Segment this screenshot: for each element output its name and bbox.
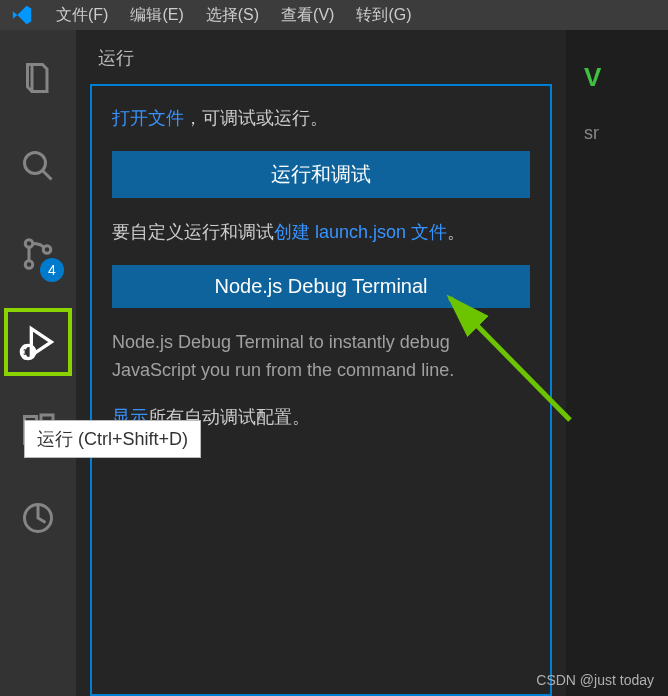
svg-point-1 [25, 240, 33, 248]
node-desc: Node.js Debug Terminal to instantly debu… [112, 328, 530, 386]
menu-file[interactable]: 文件(F) [46, 1, 118, 30]
node-debug-terminal-button[interactable]: Node.js Debug Terminal [112, 265, 530, 308]
search-icon[interactable] [8, 136, 68, 196]
vscode-logo-icon [8, 1, 36, 29]
open-file-suffix: ，可调试或运行。 [184, 108, 328, 128]
watermark: CSDN @just today [536, 672, 654, 688]
customize-suffix: 。 [447, 222, 465, 242]
menu-view[interactable]: 查看(V) [271, 1, 344, 30]
run-tooltip: 运行 (Ctrl+Shift+D) [24, 420, 201, 458]
source-control-icon[interactable]: 4 [8, 224, 68, 284]
menu-select[interactable]: 选择(S) [196, 1, 269, 30]
run-panel: 打开文件，可调试或运行。 运行和调试 要自定义运行和调试创建 launch.js… [90, 84, 552, 696]
run-debug-icon[interactable] [8, 312, 68, 372]
explorer-icon[interactable] [8, 48, 68, 108]
run-and-debug-button[interactable]: 运行和调试 [112, 151, 530, 198]
open-file-line: 打开文件，可调试或运行。 [112, 104, 530, 133]
svg-point-0 [25, 153, 46, 174]
vue-logo-icon: V [584, 62, 668, 93]
menu-go[interactable]: 转到(G) [346, 1, 421, 30]
run-sidebar: 运行 打开文件，可调试或运行。 运行和调试 要自定义运行和调试创建 launch… [76, 30, 566, 696]
sidebar-title: 运行 [76, 30, 566, 84]
misc-circle-icon[interactable] [8, 488, 68, 548]
scm-badge: 4 [40, 258, 64, 282]
customize-prefix: 要自定义运行和调试 [112, 222, 274, 242]
editor-edge: V sr [566, 30, 668, 696]
create-launch-json-link[interactable]: 创建 launch.json 文件 [274, 222, 447, 242]
menu-edit[interactable]: 编辑(E) [120, 1, 193, 30]
src-label: sr [584, 123, 668, 144]
svg-point-2 [25, 261, 33, 269]
activity-bar: 4 [0, 30, 76, 696]
customize-line: 要自定义运行和调试创建 launch.json 文件。 [112, 218, 530, 247]
menubar: 文件(F) 编辑(E) 选择(S) 查看(V) 转到(G) [0, 0, 668, 30]
open-file-link[interactable]: 打开文件 [112, 108, 184, 128]
